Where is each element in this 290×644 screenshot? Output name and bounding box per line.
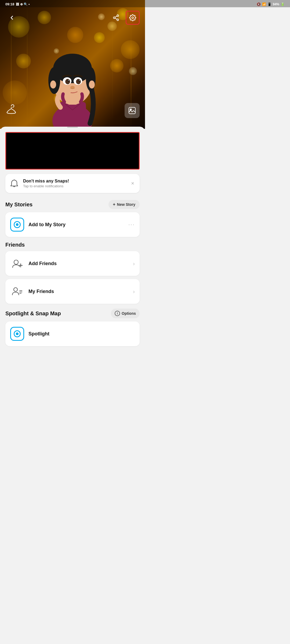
snap-camera-icon — [10, 218, 24, 232]
friends-title: Friends — [5, 242, 25, 248]
share-button[interactable] — [110, 11, 122, 24]
svg-point-26 — [130, 109, 132, 110]
notification-subtitle: Tap to enable notifications — [23, 184, 126, 188]
spotlight-section: Spotlight & Snap Map i Options Spotlight — [0, 307, 145, 346]
add-friends-label: Add Friends — [28, 261, 129, 266]
nav-right-buttons — [110, 11, 140, 25]
svg-point-31 — [14, 288, 17, 291]
notification-text: Don't miss any Snaps! Tap to enable noti… — [23, 179, 126, 188]
gallery-button[interactable] — [125, 103, 140, 118]
notification-close-button[interactable]: × — [130, 179, 135, 188]
new-story-button[interactable]: + New Story — [108, 200, 140, 209]
svg-point-16 — [79, 80, 80, 81]
spotlight-title: Spotlight & Snap Map — [5, 310, 61, 317]
camera-inner — [14, 221, 21, 228]
hero-area — [0, 0, 145, 129]
svg-point-12 — [76, 79, 81, 84]
spotlight-header: Spotlight & Snap Map i Options — [0, 307, 145, 321]
my-friends-chevron: › — [133, 288, 135, 295]
notification-banner[interactable]: Don't miss any Snaps! Tap to enable noti… — [5, 174, 140, 193]
svg-line-23 — [115, 16, 117, 17]
status-icons: 🖼 ⊕ 🔍 • — [16, 2, 30, 6]
settings-button[interactable] — [126, 11, 140, 25]
svg-point-5 — [48, 67, 60, 94]
censored-content-box — [5, 132, 140, 170]
bottom-sheet: Don't miss any Snaps! Tap to enable noti… — [0, 127, 145, 359]
friends-header: Friends — [0, 240, 145, 251]
status-bar: 09:18 🖼 ⊕ 🔍 • 🔇 📶 📱 94% 🔋 — [0, 0, 145, 7]
options-label: Options — [122, 311, 136, 316]
back-button[interactable] — [5, 11, 18, 24]
add-friends-icon — [10, 257, 24, 270]
spotlight-card-label: Spotlight — [28, 331, 135, 337]
hanger-button[interactable] — [5, 104, 17, 118]
my-friends-label: My Friends — [28, 289, 129, 294]
svg-point-7 — [50, 80, 56, 89]
svg-point-11 — [65, 79, 70, 84]
svg-rect-25 — [129, 107, 135, 114]
svg-point-8 — [89, 80, 95, 89]
bell-icon — [10, 179, 19, 188]
friends-section: Friends Add Friends › — [0, 240, 145, 304]
my-stories-title: My Stories — [5, 202, 32, 208]
camera-dot — [16, 223, 19, 226]
spotlight-partial-card[interactable]: Spotlight — [5, 321, 140, 346]
options-button[interactable]: i Options — [111, 309, 140, 318]
add-friends-chevron: › — [133, 261, 135, 267]
svg-point-15 — [68, 80, 69, 81]
add-friends-card[interactable]: Add Friends › — [5, 251, 140, 276]
plus-icon: + — [113, 202, 115, 207]
info-icon: i — [115, 311, 120, 316]
my-friends-card[interactable]: My Friends › — [5, 279, 140, 304]
status-left: 09:18 🖼 ⊕ 🔍 • — [5, 2, 30, 6]
avatar-container — [27, 16, 118, 129]
story-options-dots[interactable]: ··· — [128, 221, 135, 228]
status-time: 09:18 — [5, 2, 14, 6]
new-story-label: New Story — [117, 202, 135, 207]
add-to-story-label: Add to My Story — [28, 222, 124, 228]
svg-rect-1 — [59, 102, 86, 126]
notification-title: Don't miss any Snaps! — [23, 179, 126, 184]
my-stories-header: My Stories + New Story — [0, 198, 145, 212]
svg-point-28 — [14, 260, 18, 264]
spotlight-camera-icon — [10, 327, 24, 341]
svg-line-22 — [115, 18, 117, 19]
add-to-my-story-card[interactable]: Add to My Story ··· — [5, 212, 140, 237]
avatar-svg — [38, 30, 107, 129]
sheet-handle — [67, 127, 78, 128]
svg-point-24 — [132, 17, 134, 19]
my-friends-icon — [10, 284, 24, 298]
top-nav — [0, 11, 145, 25]
